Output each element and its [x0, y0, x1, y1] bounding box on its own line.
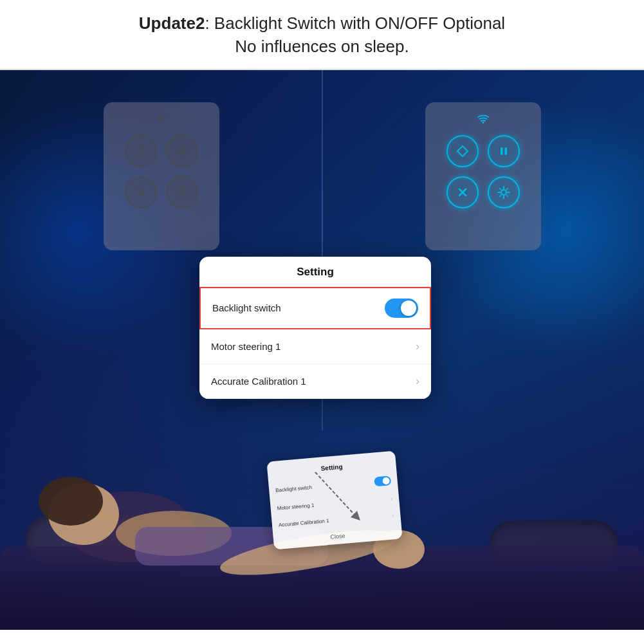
- right-panel-side: [322, 89, 644, 250]
- chevron-right-icon-2: ›: [416, 374, 419, 388]
- phone-close-label: Close: [330, 533, 345, 540]
- phone-chevron-1: ›: [390, 495, 392, 502]
- phone-toggle-knob: [382, 477, 390, 484]
- backlight-toggle[interactable]: [385, 299, 418, 318]
- btn-pause-off: [166, 135, 198, 167]
- wifi-icon-off: [155, 113, 168, 126]
- main-scene: Setting Backlight switch Motor steering …: [0, 70, 644, 630]
- motor-steering-row[interactable]: Motor steering 1 ›: [199, 329, 431, 364]
- update-bold: Update2: [139, 14, 205, 33]
- connector-arrow: [309, 469, 367, 520]
- accurate-calibration-label: Accurate Calibration 1: [211, 376, 306, 387]
- switch-panel-off: [104, 102, 219, 250]
- svg-line-26: [499, 188, 501, 189]
- card-header: Setting: [199, 257, 431, 287]
- svg-line-28: [499, 195, 501, 196]
- svg-marker-1: [136, 146, 146, 156]
- svg-line-37: [315, 472, 354, 514]
- svg-line-12: [185, 195, 186, 196]
- buttons-grid-off: [125, 135, 198, 208]
- wifi-icon-on: [477, 113, 490, 126]
- btn-light-on: [488, 176, 520, 208]
- setting-card: Setting Backlight switch Motor steering …: [199, 257, 431, 399]
- svg-point-15: [482, 122, 484, 124]
- btn-x-on: [446, 176, 479, 208]
- svg-line-14: [185, 188, 186, 189]
- btn-x-off: [125, 176, 157, 208]
- svg-point-21: [501, 190, 506, 195]
- toggle-knob: [401, 300, 416, 316]
- chevron-right-icon: ›: [416, 340, 419, 353]
- svg-line-11: [178, 188, 179, 189]
- svg-point-32: [39, 477, 103, 526]
- btn-light-off: [166, 176, 198, 208]
- header-line2: No influences on sleep.: [235, 37, 409, 56]
- accurate-calibration-row[interactable]: Accurate Calibration 1 ›: [199, 364, 431, 399]
- svg-line-13: [178, 195, 179, 196]
- phone-toggle: [374, 475, 391, 486]
- svg-point-0: [160, 122, 162, 124]
- svg-point-6: [179, 190, 185, 195]
- header-section: Update2: Backlight Switch with ON/OFF Op…: [0, 0, 644, 70]
- card-title: Setting: [297, 266, 334, 278]
- phone-chevron-2: ›: [392, 511, 394, 519]
- header-line1-rest: : Backlight Switch with ON/OFF Optional: [205, 14, 505, 33]
- btn-diamond-on: [446, 135, 479, 167]
- buttons-grid-on: [446, 135, 520, 208]
- svg-line-27: [506, 195, 508, 196]
- backlight-label: Backlight switch: [212, 302, 281, 313]
- header-text: Update2: Backlight Switch with ON/OFF Op…: [19, 12, 625, 59]
- switch-panel-on: [425, 102, 541, 250]
- panels-container: [0, 89, 644, 250]
- svg-rect-17: [501, 147, 503, 155]
- btn-diamond-off: [125, 135, 157, 167]
- btn-pause-on: [488, 135, 520, 167]
- left-panel-side: [1, 89, 322, 250]
- svg-marker-16: [457, 146, 468, 156]
- svg-rect-3: [183, 147, 185, 155]
- motor-steering-label: Motor steering 1: [211, 341, 281, 352]
- phone-backlight-label: Backlight switch: [275, 484, 312, 493]
- svg-rect-18: [504, 147, 507, 155]
- backlight-switch-row: Backlight switch: [199, 287, 431, 329]
- svg-rect-2: [179, 147, 181, 155]
- svg-line-29: [506, 188, 508, 189]
